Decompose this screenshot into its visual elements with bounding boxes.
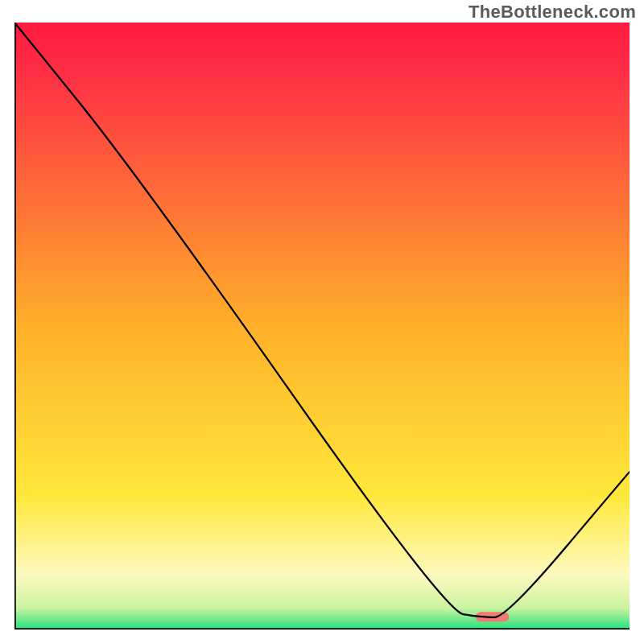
bottleneck-chart <box>14 23 630 630</box>
gradient-background <box>14 23 630 630</box>
watermark-text: TheBottleneck.com <box>469 2 636 23</box>
chart-svg <box>14 23 630 630</box>
